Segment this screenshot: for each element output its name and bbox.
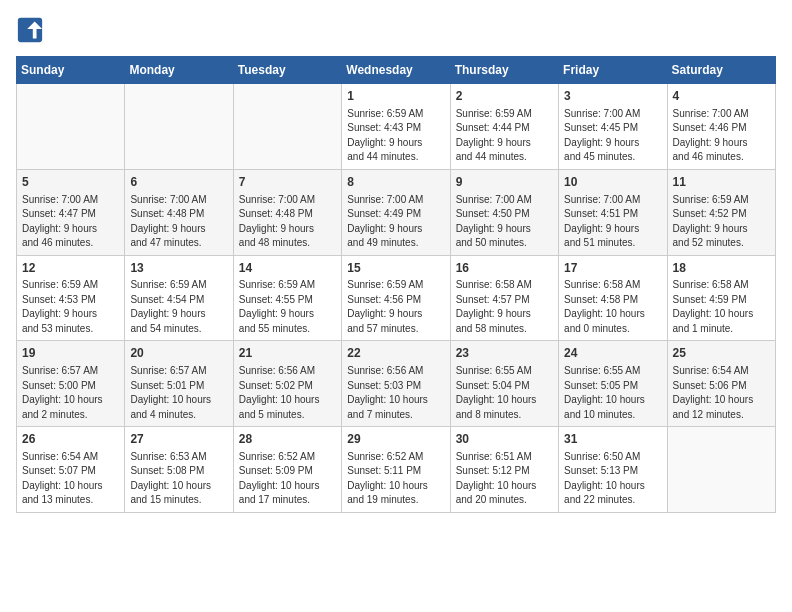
calendar-cell: 5Sunrise: 7:00 AM Sunset: 4:47 PM Daylig… xyxy=(17,169,125,255)
calendar-cell: 24Sunrise: 6:55 AM Sunset: 5:05 PM Dayli… xyxy=(559,341,667,427)
day-info: Sunrise: 6:54 AM Sunset: 5:07 PM Dayligh… xyxy=(22,450,119,508)
day-number: 26 xyxy=(22,431,119,448)
header-tuesday: Tuesday xyxy=(233,57,341,84)
day-number: 16 xyxy=(456,260,553,277)
day-info: Sunrise: 6:56 AM Sunset: 5:02 PM Dayligh… xyxy=(239,364,336,422)
calendar-cell: 17Sunrise: 6:58 AM Sunset: 4:58 PM Dayli… xyxy=(559,255,667,341)
day-number: 20 xyxy=(130,345,227,362)
day-number: 4 xyxy=(673,88,770,105)
day-info: Sunrise: 6:59 AM Sunset: 4:53 PM Dayligh… xyxy=(22,278,119,336)
day-info: Sunrise: 6:59 AM Sunset: 4:43 PM Dayligh… xyxy=(347,107,444,165)
day-info: Sunrise: 6:51 AM Sunset: 5:12 PM Dayligh… xyxy=(456,450,553,508)
day-info: Sunrise: 6:59 AM Sunset: 4:44 PM Dayligh… xyxy=(456,107,553,165)
day-info: Sunrise: 6:53 AM Sunset: 5:08 PM Dayligh… xyxy=(130,450,227,508)
day-number: 5 xyxy=(22,174,119,191)
day-info: Sunrise: 6:59 AM Sunset: 4:52 PM Dayligh… xyxy=(673,193,770,251)
calendar-cell: 10Sunrise: 7:00 AM Sunset: 4:51 PM Dayli… xyxy=(559,169,667,255)
calendar-cell: 25Sunrise: 6:54 AM Sunset: 5:06 PM Dayli… xyxy=(667,341,775,427)
calendar-cell xyxy=(233,84,341,170)
day-number: 10 xyxy=(564,174,661,191)
day-info: Sunrise: 6:52 AM Sunset: 5:11 PM Dayligh… xyxy=(347,450,444,508)
day-info: Sunrise: 6:58 AM Sunset: 4:58 PM Dayligh… xyxy=(564,278,661,336)
header-wednesday: Wednesday xyxy=(342,57,450,84)
calendar-cell: 31Sunrise: 6:50 AM Sunset: 5:13 PM Dayli… xyxy=(559,427,667,513)
calendar-cell: 29Sunrise: 6:52 AM Sunset: 5:11 PM Dayli… xyxy=(342,427,450,513)
calendar-cell: 22Sunrise: 6:56 AM Sunset: 5:03 PM Dayli… xyxy=(342,341,450,427)
day-number: 7 xyxy=(239,174,336,191)
calendar-cell: 16Sunrise: 6:58 AM Sunset: 4:57 PM Dayli… xyxy=(450,255,558,341)
day-number: 15 xyxy=(347,260,444,277)
day-info: Sunrise: 7:00 AM Sunset: 4:48 PM Dayligh… xyxy=(239,193,336,251)
day-info: Sunrise: 6:55 AM Sunset: 5:05 PM Dayligh… xyxy=(564,364,661,422)
calendar-week-row: 26Sunrise: 6:54 AM Sunset: 5:07 PM Dayli… xyxy=(17,427,776,513)
calendar-cell: 11Sunrise: 6:59 AM Sunset: 4:52 PM Dayli… xyxy=(667,169,775,255)
header-monday: Monday xyxy=(125,57,233,84)
day-number: 1 xyxy=(347,88,444,105)
logo-icon xyxy=(16,16,44,44)
day-info: Sunrise: 6:58 AM Sunset: 4:57 PM Dayligh… xyxy=(456,278,553,336)
day-info: Sunrise: 7:00 AM Sunset: 4:47 PM Dayligh… xyxy=(22,193,119,251)
day-number: 24 xyxy=(564,345,661,362)
day-info: Sunrise: 7:00 AM Sunset: 4:50 PM Dayligh… xyxy=(456,193,553,251)
calendar-table: SundayMondayTuesdayWednesdayThursdayFrid… xyxy=(16,56,776,513)
calendar-cell: 3Sunrise: 7:00 AM Sunset: 4:45 PM Daylig… xyxy=(559,84,667,170)
day-info: Sunrise: 6:57 AM Sunset: 5:00 PM Dayligh… xyxy=(22,364,119,422)
day-info: Sunrise: 6:52 AM Sunset: 5:09 PM Dayligh… xyxy=(239,450,336,508)
header-thursday: Thursday xyxy=(450,57,558,84)
calendar-cell: 27Sunrise: 6:53 AM Sunset: 5:08 PM Dayli… xyxy=(125,427,233,513)
page-header xyxy=(16,16,776,44)
day-number: 29 xyxy=(347,431,444,448)
calendar-cell: 2Sunrise: 6:59 AM Sunset: 4:44 PM Daylig… xyxy=(450,84,558,170)
day-number: 9 xyxy=(456,174,553,191)
day-number: 17 xyxy=(564,260,661,277)
calendar-cell: 12Sunrise: 6:59 AM Sunset: 4:53 PM Dayli… xyxy=(17,255,125,341)
day-info: Sunrise: 6:59 AM Sunset: 4:56 PM Dayligh… xyxy=(347,278,444,336)
header-friday: Friday xyxy=(559,57,667,84)
calendar-cell: 20Sunrise: 6:57 AM Sunset: 5:01 PM Dayli… xyxy=(125,341,233,427)
calendar-cell xyxy=(17,84,125,170)
calendar-cell: 13Sunrise: 6:59 AM Sunset: 4:54 PM Dayli… xyxy=(125,255,233,341)
calendar-cell: 6Sunrise: 7:00 AM Sunset: 4:48 PM Daylig… xyxy=(125,169,233,255)
calendar-cell: 26Sunrise: 6:54 AM Sunset: 5:07 PM Dayli… xyxy=(17,427,125,513)
day-number: 13 xyxy=(130,260,227,277)
calendar-cell: 7Sunrise: 7:00 AM Sunset: 4:48 PM Daylig… xyxy=(233,169,341,255)
header-sunday: Sunday xyxy=(17,57,125,84)
day-info: Sunrise: 6:50 AM Sunset: 5:13 PM Dayligh… xyxy=(564,450,661,508)
calendar-cell xyxy=(667,427,775,513)
calendar-cell: 19Sunrise: 6:57 AM Sunset: 5:00 PM Dayli… xyxy=(17,341,125,427)
calendar-cell: 18Sunrise: 6:58 AM Sunset: 4:59 PM Dayli… xyxy=(667,255,775,341)
day-number: 2 xyxy=(456,88,553,105)
day-number: 30 xyxy=(456,431,553,448)
calendar-cell: 8Sunrise: 7:00 AM Sunset: 4:49 PM Daylig… xyxy=(342,169,450,255)
calendar-week-row: 5Sunrise: 7:00 AM Sunset: 4:47 PM Daylig… xyxy=(17,169,776,255)
day-number: 3 xyxy=(564,88,661,105)
calendar-week-row: 1Sunrise: 6:59 AM Sunset: 4:43 PM Daylig… xyxy=(17,84,776,170)
day-number: 12 xyxy=(22,260,119,277)
day-number: 31 xyxy=(564,431,661,448)
day-number: 14 xyxy=(239,260,336,277)
day-info: Sunrise: 6:56 AM Sunset: 5:03 PM Dayligh… xyxy=(347,364,444,422)
day-info: Sunrise: 6:55 AM Sunset: 5:04 PM Dayligh… xyxy=(456,364,553,422)
day-number: 28 xyxy=(239,431,336,448)
calendar-week-row: 12Sunrise: 6:59 AM Sunset: 4:53 PM Dayli… xyxy=(17,255,776,341)
day-info: Sunrise: 7:00 AM Sunset: 4:49 PM Dayligh… xyxy=(347,193,444,251)
calendar-header-row: SundayMondayTuesdayWednesdayThursdayFrid… xyxy=(17,57,776,84)
calendar-cell xyxy=(125,84,233,170)
day-number: 25 xyxy=(673,345,770,362)
day-info: Sunrise: 6:54 AM Sunset: 5:06 PM Dayligh… xyxy=(673,364,770,422)
svg-rect-0 xyxy=(18,18,42,42)
day-info: Sunrise: 6:57 AM Sunset: 5:01 PM Dayligh… xyxy=(130,364,227,422)
day-info: Sunrise: 6:59 AM Sunset: 4:55 PM Dayligh… xyxy=(239,278,336,336)
day-number: 23 xyxy=(456,345,553,362)
logo xyxy=(16,16,48,44)
calendar-cell: 9Sunrise: 7:00 AM Sunset: 4:50 PM Daylig… xyxy=(450,169,558,255)
calendar-cell: 1Sunrise: 6:59 AM Sunset: 4:43 PM Daylig… xyxy=(342,84,450,170)
calendar-cell: 23Sunrise: 6:55 AM Sunset: 5:04 PM Dayli… xyxy=(450,341,558,427)
day-info: Sunrise: 6:58 AM Sunset: 4:59 PM Dayligh… xyxy=(673,278,770,336)
day-info: Sunrise: 7:00 AM Sunset: 4:45 PM Dayligh… xyxy=(564,107,661,165)
day-number: 22 xyxy=(347,345,444,362)
day-info: Sunrise: 7:00 AM Sunset: 4:46 PM Dayligh… xyxy=(673,107,770,165)
calendar-cell: 30Sunrise: 6:51 AM Sunset: 5:12 PM Dayli… xyxy=(450,427,558,513)
day-number: 6 xyxy=(130,174,227,191)
calendar-cell: 15Sunrise: 6:59 AM Sunset: 4:56 PM Dayli… xyxy=(342,255,450,341)
